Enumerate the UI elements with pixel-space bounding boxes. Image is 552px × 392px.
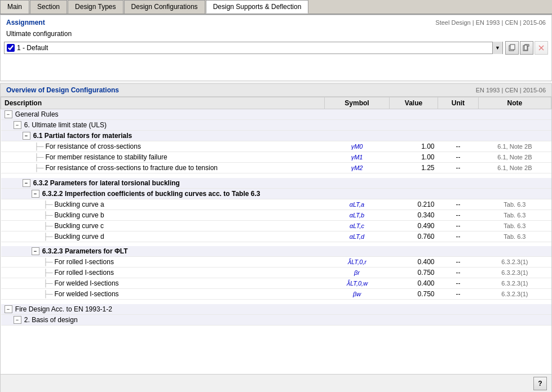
row-value[interactable]: 1.25 <box>389 163 438 173</box>
row-label: For rolled I-sections <box>55 269 114 277</box>
overview-panel: Overview of Design Configurations EN 199… <box>0 83 552 392</box>
table-row: ├─For welded I-sections λ̄LT,0,w 0.400 -… <box>1 278 551 289</box>
row-unit <box>438 188 479 199</box>
row-description: ├─For resistance of cross-sections <box>1 141 325 152</box>
row-symbol <box>325 188 390 199</box>
config-table: Description Symbol Value Unit Note − Gen… <box>1 97 551 326</box>
row-value[interactable]: 0.400 <box>389 278 438 289</box>
row-symbol <box>325 314 390 325</box>
row-label: 2. Basis of design <box>24 316 78 324</box>
table-row: − 6.3.2.2 Imperfection coefficients of b… <box>1 188 551 199</box>
row-value <box>389 314 438 325</box>
row-symbol: γM1 <box>325 152 390 163</box>
row-value[interactable]: 0.210 <box>389 199 438 210</box>
row-note: 6.3.2.3(1) <box>478 257 551 268</box>
row-unit: -- <box>438 163 479 173</box>
row-unit: -- <box>438 257 479 268</box>
col-description: Description <box>1 97 325 109</box>
row-unit: -- <box>438 231 479 242</box>
row-unit: -- <box>438 220 479 231</box>
row-note: Tab. 6.3 <box>478 210 551 220</box>
standard-info: Steel Design | EN 1993 | CEN | 2015-06 <box>435 19 546 26</box>
delete-icon <box>537 44 545 52</box>
row-value[interactable]: 0.490 <box>389 220 438 231</box>
table-row: − 6.1 Partial factors for materials <box>1 131 551 141</box>
row-label: For member resistance to stability failu… <box>46 153 167 161</box>
table-row: ├─For resistance of cross-sections γM0 1… <box>1 141 551 152</box>
table-row <box>1 242 551 246</box>
row-note <box>478 109 551 120</box>
help-button[interactable]: ? <box>533 377 547 390</box>
config-select-wrapper[interactable]: 1 - Default ▼ <box>4 42 503 54</box>
row-symbol: αLT,a <box>325 199 390 210</box>
table-row: ├─Buckling curve a αLT,a 0.210 -- Tab. 6… <box>1 199 551 210</box>
row-label: 6.1 Partial factors for materials <box>33 132 132 140</box>
tree-toggle[interactable]: − <box>23 132 30 140</box>
row-label: Buckling curve a <box>55 201 104 208</box>
row-value[interactable]: 0.750 <box>389 268 438 278</box>
row-label: 6.3.2 Parameters for lateral torsional b… <box>33 179 180 187</box>
row-note: Tab. 6.3 <box>478 220 551 231</box>
row-label: 6.3.2.3 Parameters for ΦLT <box>42 247 128 255</box>
table-row: ├─Buckling curve c αLT,c 0.490 -- Tab. 6… <box>1 220 551 231</box>
tab-design-supports[interactable]: Design Supports & Deflection <box>206 0 309 14</box>
row-value <box>389 120 438 131</box>
row-value[interactable]: 0.750 <box>389 289 438 300</box>
row-label: For welded I-sections <box>55 279 119 287</box>
row-description: − Fire Design Acc. to EN 1993-1-2 <box>1 304 325 315</box>
delete-config-button[interactable] <box>535 41 548 55</box>
assignment-header: Assignment Steel Design | EN 1993 | CEN … <box>1 15 551 29</box>
row-unit: -- <box>438 199 479 210</box>
table-container[interactable]: Description Symbol Value Unit Note − Gen… <box>1 97 551 374</box>
row-value[interactable]: 0.760 <box>389 231 438 242</box>
row-unit: -- <box>438 268 479 278</box>
tree-toggle[interactable]: − <box>5 305 12 313</box>
row-unit: -- <box>438 289 479 300</box>
row-unit <box>438 178 479 189</box>
assignment-panel: Assignment Steel Design | EN 1993 | CEN … <box>0 15 552 81</box>
row-note <box>478 120 551 131</box>
row-description: ├─Buckling curve a <box>1 199 325 210</box>
row-value <box>389 178 438 189</box>
tree-toggle[interactable]: − <box>14 121 21 129</box>
table-row: − Fire Design Acc. to EN 1993-1-2 <box>1 304 551 315</box>
config-label: Ultimate configuration <box>1 29 551 40</box>
row-symbol <box>325 304 390 315</box>
row-value[interactable]: 0.400 <box>389 257 438 268</box>
row-value[interactable]: 1.00 <box>389 152 438 163</box>
row-value <box>389 109 438 120</box>
copy-config-button[interactable] <box>505 41 519 55</box>
config-checkbox[interactable] <box>7 44 15 52</box>
top-spacer <box>1 58 551 81</box>
row-label: For welded I-sections <box>55 290 119 298</box>
tree-toggle[interactable]: − <box>5 110 12 118</box>
row-symbol: γM2 <box>325 163 390 173</box>
row-label: 6. Ultimate limit state (ULS) <box>24 121 107 129</box>
tree-toggle[interactable]: − <box>32 247 39 255</box>
tab-section[interactable]: Section <box>30 0 67 14</box>
tab-main[interactable]: Main <box>0 0 29 14</box>
row-symbol: βr <box>325 268 390 278</box>
table-row: − 6.3.2.3 Parameters for ΦLT <box>1 246 551 257</box>
paste-config-button[interactable] <box>520 41 533 55</box>
table-row: ├─Buckling curve b αLT,b 0.340 -- Tab. 6… <box>1 210 551 220</box>
tree-toggle[interactable]: − <box>14 316 21 324</box>
row-value[interactable]: 1.00 <box>389 141 438 152</box>
tree-toggle[interactable]: − <box>23 179 30 187</box>
config-dropdown-btn[interactable]: ▼ <box>492 42 502 54</box>
table-row: − 2. Basis of design <box>1 314 551 325</box>
row-symbol: βw <box>325 289 390 300</box>
tree-toggle[interactable]: − <box>32 190 39 198</box>
row-note: 6.1, Note 2B <box>478 141 551 152</box>
row-symbol: λ̄LT,0,r <box>325 257 390 268</box>
tab-design-types[interactable]: Design Types <box>68 0 123 14</box>
main-container: Assignment Steel Design | EN 1993 | CEN … <box>0 15 552 392</box>
row-description: ├─Buckling curve d <box>1 231 325 242</box>
row-symbol: λ̄LT,0,w <box>325 278 390 289</box>
row-label: General Rules <box>15 110 59 118</box>
assignment-title: Assignment <box>6 19 45 26</box>
tab-design-configurations[interactable]: Design Configurations <box>124 0 205 14</box>
row-description: − 6. Ultimate limit state (ULS) <box>1 120 325 131</box>
table-row <box>1 300 551 304</box>
row-value[interactable]: 0.340 <box>389 210 438 220</box>
